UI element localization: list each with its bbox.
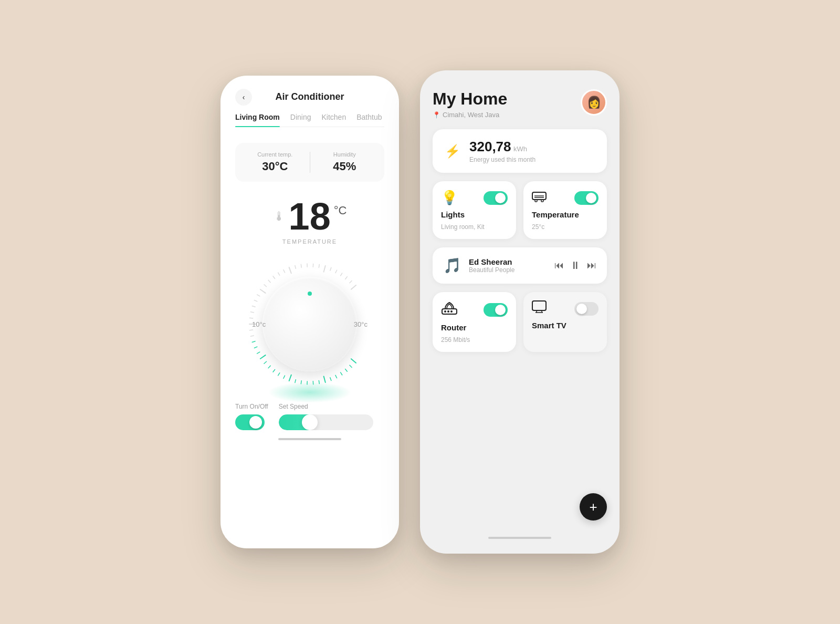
svg-line-17 [264,361,267,363]
svg-line-2 [345,369,348,372]
svg-line-30 [260,289,266,293]
router-sub: 256 Mbit/s [441,336,508,344]
thermometer-icon: 🌡 [273,209,286,224]
svg-line-37 [295,265,296,268]
temperature-card[interactable]: Temperature 25°c [523,181,607,239]
svg-point-56 [447,310,449,313]
energy-card: ⚡ 320,78 kWh Energy used this month [433,129,607,173]
bottom-controls: Turn On/Off Set Speed [235,403,384,430]
tab-bathtub[interactable]: Bathtub [356,113,382,127]
location-pin-icon: 📍 [433,111,440,119]
svg-line-36 [289,267,291,273]
svg-line-34 [278,273,280,275]
svg-line-20 [254,347,257,348]
lights-name: Lights [441,210,508,219]
smart-tv-name: Smart TV [532,321,598,330]
router-card-top [441,300,508,319]
svg-line-41 [319,264,319,267]
energy-description: Energy used this month [469,156,536,163]
humidity-label: Humidity [316,151,374,158]
lights-card-top: 💡 [441,190,508,206]
ac-phone: ‹ Air Conditioner Living Room Dining Kit… [220,76,399,548]
svg-line-48 [351,285,356,289]
temperature-card-top [532,190,598,206]
stat-divider [310,152,310,173]
pause-button[interactable]: ⏸ [570,259,581,272]
home-indicator-left [278,438,341,440]
next-button[interactable]: ⏭ [587,260,596,271]
svg-rect-58 [532,301,546,310]
set-temp-unit: °C [334,204,347,217]
lights-card[interactable]: 💡 Lights Living room, Kit [433,181,516,239]
user-avatar[interactable]: 👩 [581,89,607,116]
lights-sub: Living room, Kit [441,223,508,231]
prev-button[interactable]: ⏮ [554,260,564,271]
tab-dining[interactable]: Dining [290,113,311,127]
svg-line-31 [264,285,267,287]
svg-line-0 [351,359,356,363]
ac-icon [532,190,547,206]
dial-knob[interactable] [262,277,357,371]
svg-line-27 [252,306,255,307]
power-toggle[interactable] [235,414,265,430]
tab-kitchen[interactable]: Kitchen [321,113,346,127]
dial-glow [268,382,352,403]
smart-tv-toggle[interactable] [574,302,598,316]
plus-icon: + [589,499,597,515]
music-icon: 🎵 [443,257,461,274]
speed-slider[interactable] [279,414,373,430]
svg-rect-52 [535,200,537,202]
speed-handle [302,414,318,430]
dial-indicator [308,292,312,296]
router-card[interactable]: Router 256 Mbit/s [433,292,516,352]
music-artist: Ed Sheeran [469,257,547,266]
energy-unit: kWh [513,145,527,153]
set-temp-number: 18 [289,197,331,235]
lights-toggle[interactable] [484,191,508,205]
music-card: 🎵 Ed Sheeran Beautiful People ⏮ ⏸ ⏭ [433,247,607,284]
svg-line-21 [252,341,255,342]
current-temp-label: Current temp. [246,151,304,158]
ac-header: ‹ Air Conditioner [235,91,384,102]
temperature-device-name: Temperature [532,210,598,219]
stats-panel: Current temp. 30°C Humidity 45% [235,143,384,182]
router-name: Router [441,323,508,332]
temperature-label: TEMPERATURE [235,238,384,245]
svg-line-38 [301,264,301,267]
dial-min-label: 10°c [252,320,266,328]
svg-point-57 [450,310,453,313]
svg-line-26 [250,312,254,313]
svg-line-6 [324,376,326,382]
avatar-emoji: 👩 [587,96,601,109]
toggle-group: Turn On/Off [235,403,268,430]
svg-line-45 [341,273,342,276]
svg-line-4 [335,375,337,378]
home-indicator-right [488,537,551,539]
set-speed-label: Set Speed [279,403,373,410]
home-location: 📍 Cimahi, West Java [433,111,507,119]
home-header: My Home 📍 Cimahi, West Java 👩 [433,89,607,119]
smart-tv-card-top [532,300,598,317]
svg-line-15 [273,369,275,372]
svg-line-46 [345,277,348,279]
smart-tv-card[interactable]: Smart TV [523,292,607,352]
ac-title: Air Conditioner [276,91,344,102]
svg-line-13 [284,376,285,378]
temperature-toggle[interactable] [574,191,598,205]
humidity-value: 45% [316,160,374,173]
energy-lightning-icon: ⚡ [443,142,462,161]
music-info: Ed Sheeran Beautiful People [469,257,547,274]
speed-fill [279,414,317,430]
add-device-button[interactable]: + [580,493,607,521]
turn-on-off-label: Turn On/Off [235,403,268,410]
tab-living-room[interactable]: Living Room [235,113,280,127]
svg-line-12 [289,375,291,381]
speed-group: Set Speed [279,403,373,430]
router-toggle[interactable] [484,303,508,317]
svg-line-22 [250,336,254,336]
temperature-device-sub: 25°c [532,223,598,231]
music-controls: ⏮ ⏸ ⏭ [554,259,596,272]
back-button[interactable]: ‹ [235,89,252,106]
svg-line-23 [250,330,253,330]
svg-line-18 [260,355,266,359]
